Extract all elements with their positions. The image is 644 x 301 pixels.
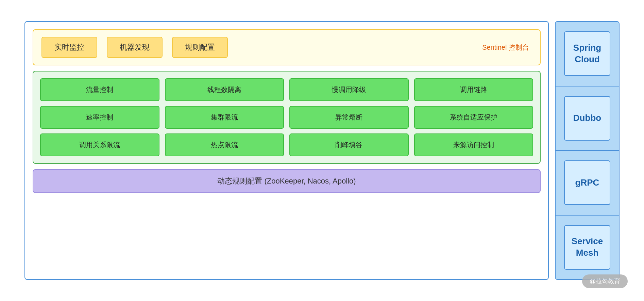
green-row-2: 调用关系限流 热点限流 削峰填谷 来源访问控制 [40,133,533,156]
sentinel-label: Sentinel 控制台 [482,43,532,52]
green-box-0-3: 调用链路 [414,78,533,101]
green-box-2-1: 热点限流 [165,133,284,156]
green-box-2-3: 来源访问控制 [414,133,533,156]
sidebar-item-grpc: gRPC [556,151,619,216]
dynamic-config: 动态规则配置 (ZooKeeper, Nacos, Apollo) [33,169,541,193]
green-box-0-1: 线程数隔离 [165,78,284,101]
green-box-0-2: 慢调用降级 [289,78,409,101]
green-box-2-0: 调用关系限流 [40,133,159,156]
sentinel-box-0: 实时监控 [41,37,97,58]
green-box-1-0: 速率控制 [40,106,159,129]
sidebar-item-service-mesh: ServiceMesh [556,216,619,280]
sidebar-inner-service-mesh: ServiceMesh [564,225,610,270]
green-box-1-1: 集群限流 [165,106,284,129]
sidebar-inner-dubbo: Dubbo [564,96,610,141]
green-row-0: 流量控制 线程数隔离 慢调用降级 调用链路 [40,78,533,101]
watermark: @拉勾教育 [582,274,628,288]
sentinel-box-2: 规则配置 [172,37,228,58]
green-row-1: 速率控制 集群限流 异常熔断 系统自适应保护 [40,106,533,129]
outer-wrapper: 实时监控 机器发现 规则配置 Sentinel 控制台 流量控制 线程数隔离 慢… [24,21,620,280]
main-container: 实时监控 机器发现 规则配置 Sentinel 控制台 流量控制 线程数隔离 慢… [24,21,549,280]
right-sidebar: SpringCloud Dubbo gRPC ServiceMesh [555,21,620,280]
sidebar-inner-grpc: gRPC [564,160,610,205]
green-box-2-2: 削峰填谷 [289,133,409,156]
sidebar-item-spring-cloud: SpringCloud [556,22,619,86]
sidebar-inner-spring-cloud: SpringCloud [564,31,610,76]
sentinel-box-1: 机器发现 [107,37,163,58]
green-box-1-3: 系统自适应保护 [414,106,533,129]
green-section: 流量控制 线程数隔离 慢调用降级 调用链路 速率控制 集群限流 异常熔断 系统自… [33,71,541,164]
green-box-1-2: 异常熔断 [289,106,409,129]
sentinel-boxes: 实时监控 机器发现 规则配置 [41,37,471,58]
sentinel-section: 实时监控 机器发现 规则配置 Sentinel 控制台 [33,29,541,65]
sidebar-item-dubbo: Dubbo [556,86,619,151]
green-box-0-0: 流量控制 [40,78,159,101]
